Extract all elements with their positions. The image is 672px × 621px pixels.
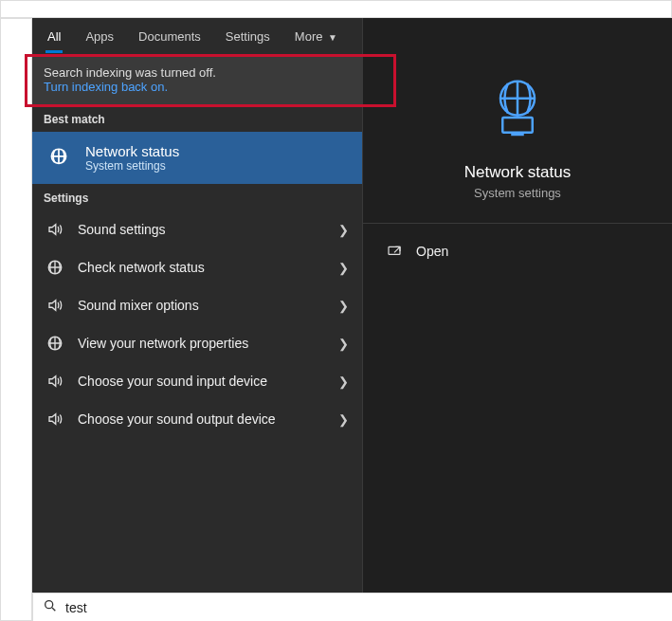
best-match-subtitle: System settings: [85, 159, 179, 173]
setting-label: Choose your sound input device: [78, 374, 325, 389]
tab-more[interactable]: More ▼: [293, 20, 339, 53]
chevron-right-icon: ❯: [338, 412, 349, 427]
chevron-right-icon: ❯: [338, 223, 349, 237]
chevron-right-icon: ❯: [338, 261, 349, 275]
search-input[interactable]: [65, 600, 663, 615]
title-bar-placeholder: [0, 0, 672, 18]
setting-sound-mixer[interactable]: Sound mixer options ❯: [32, 286, 362, 324]
indexing-alert: Search indexing was turned off. Turn ind…: [32, 56, 362, 105]
tab-all[interactable]: All: [45, 20, 63, 53]
indexing-alert-wrap: Search indexing was turned off. Turn ind…: [32, 56, 362, 105]
tab-settings[interactable]: Settings: [224, 20, 272, 53]
open-icon: [386, 243, 403, 260]
search-bar[interactable]: [32, 593, 672, 621]
setting-check-network-status[interactable]: Check network status ❯: [32, 248, 362, 286]
globe-icon: [45, 258, 64, 277]
chevron-down-icon: ▼: [328, 32, 337, 43]
turn-indexing-on-link[interactable]: Turn indexing back on.: [44, 80, 351, 94]
setting-label: View your network properties: [78, 336, 325, 351]
globe-monitor-icon: [45, 145, 72, 172]
chevron-right-icon: ❯: [338, 337, 349, 351]
chevron-right-icon: ❯: [338, 299, 349, 313]
chevron-right-icon: ❯: [338, 374, 349, 389]
setting-label: Check network status: [78, 260, 325, 275]
open-action[interactable]: Open: [380, 235, 655, 267]
detail-subtitle: System settings: [474, 186, 561, 200]
details-pane: Network status System settings Open: [362, 18, 672, 593]
sound-icon: [45, 220, 64, 239]
sound-icon: [45, 296, 64, 315]
globe-icon: [45, 334, 64, 353]
tab-apps[interactable]: Apps: [83, 20, 116, 53]
setting-label: Sound settings: [78, 222, 325, 237]
open-label: Open: [416, 244, 448, 259]
svg-point-6: [45, 601, 53, 609]
settings-header: Settings: [32, 184, 362, 210]
detail-title: Network status: [464, 163, 571, 182]
indexing-alert-message: Search indexing was turned off.: [44, 65, 351, 80]
setting-sound-input-device[interactable]: Choose your sound input device ❯: [32, 362, 362, 400]
best-match-header: Best match: [32, 105, 362, 132]
detail-actions: Open: [363, 224, 672, 279]
filter-tabs: All Apps Documents Settings More ▼: [32, 18, 362, 56]
search-icon: [43, 598, 58, 616]
sound-icon: [45, 410, 64, 429]
left-edge-placeholder: [0, 18, 32, 621]
tab-more-label: More: [295, 29, 323, 44]
best-match-title: Network status: [85, 143, 179, 159]
globe-monitor-icon: [483, 75, 552, 146]
search-results-panel: All Apps Documents Settings More ▼ Searc…: [32, 18, 672, 593]
setting-label: Sound mixer options: [78, 298, 325, 313]
tab-documents[interactable]: Documents: [136, 20, 203, 53]
setting-view-network-properties[interactable]: View your network properties ❯: [32, 324, 362, 362]
setting-sound-output-device[interactable]: Choose your sound output device ❯: [32, 400, 362, 438]
setting-sound-settings[interactable]: Sound settings ❯: [32, 210, 362, 248]
sound-icon: [45, 372, 64, 391]
setting-label: Choose your sound output device: [78, 411, 325, 427]
results-left-pane: All Apps Documents Settings More ▼ Searc…: [32, 18, 362, 593]
svg-rect-4: [502, 118, 533, 133]
best-match-item[interactable]: Network status System settings: [32, 132, 362, 184]
